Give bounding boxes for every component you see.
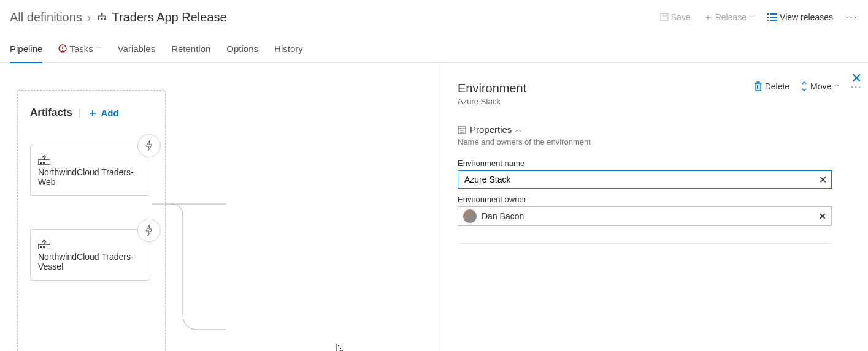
trash-icon — [754, 81, 762, 91]
breadcrumb-root[interactable]: All definitions — [10, 10, 82, 25]
avatar — [463, 209, 477, 223]
breadcrumb: All definitions › Traders App Release — [10, 10, 227, 25]
save-icon — [660, 13, 669, 21]
artifact-card[interactable]: NorthwindCloud Traders-Vessel — [30, 229, 150, 281]
environment-owner-label: Environment owner — [458, 195, 862, 204]
tab-options[interactable]: Options — [226, 35, 258, 63]
artifact-card[interactable]: NorthwindCloud Traders-Web — [30, 145, 150, 196]
view-releases-button[interactable]: View releases — [767, 12, 833, 22]
release-button[interactable]: ＋ Release ﹀ — [703, 11, 755, 24]
properties-panel: ✕ Environment Azure Stack Delete Move ﹀ … — [439, 63, 868, 351]
release-icon — [96, 12, 107, 23]
delete-button[interactable]: Delete — [754, 81, 789, 91]
svg-rect-3 — [101, 13, 102, 15]
build-icon — [38, 154, 50, 165]
move-icon — [801, 81, 808, 91]
svg-rect-11 — [43, 162, 45, 164]
plus-icon: ＋ — [87, 105, 98, 120]
remove-owner-button[interactable]: ✕ — [819, 211, 826, 221]
page-title: Traders App Release — [96, 10, 227, 25]
chevron-down-icon: ﹀ — [749, 13, 755, 21]
artifact-name: NorthwindCloud Traders-Vessel — [38, 252, 142, 271]
add-artifact-button[interactable]: ＋ Add — [87, 105, 118, 120]
tab-pipeline[interactable]: Pipeline — [10, 35, 42, 63]
tab-variables[interactable]: Variables — [118, 35, 155, 63]
panel-title: Environment — [458, 81, 526, 96]
svg-rect-5 — [663, 13, 666, 16]
plus-icon: ＋ — [703, 11, 713, 24]
build-icon — [38, 238, 50, 249]
environment-name-label: Environment name — [458, 159, 862, 168]
svg-point-8 — [62, 50, 63, 51]
svg-rect-10 — [40, 162, 42, 164]
environment-owner-picker[interactable]: Dan Bacon ✕ — [458, 206, 832, 226]
chevron-down-icon: ﹀ — [834, 82, 840, 91]
artifact-name: NorthwindCloud Traders-Web — [38, 167, 142, 187]
move-button[interactable]: Move ﹀ — [801, 81, 840, 91]
list-icon — [767, 13, 777, 21]
lightning-icon — [145, 140, 153, 151]
svg-rect-13 — [40, 246, 42, 248]
environment-name-input[interactable] — [458, 170, 832, 189]
cursor-icon — [336, 344, 346, 351]
svg-rect-2 — [104, 18, 106, 20]
properties-section-toggle[interactable]: Properties ︿ — [458, 124, 862, 135]
svg-rect-1 — [101, 18, 102, 20]
divider — [458, 243, 832, 244]
chevron-right-icon: › — [87, 10, 91, 25]
tab-tasks[interactable]: Tasks ﹀ — [58, 35, 101, 63]
trigger-button[interactable] — [137, 219, 161, 242]
artifacts-column: Artifacts | ＋ Add NorthwindCloud Traders… — [17, 90, 166, 351]
lightning-icon — [145, 225, 153, 236]
connector-lines — [152, 192, 250, 351]
tab-retention[interactable]: Retention — [171, 35, 210, 63]
svg-rect-14 — [43, 246, 45, 248]
owner-name: Dan Bacon — [482, 211, 524, 221]
error-icon — [58, 44, 67, 53]
save-button[interactable]: Save — [660, 12, 691, 22]
more-menu[interactable]: ··· — [845, 11, 858, 24]
svg-rect-4 — [661, 13, 668, 21]
chevron-up-icon: ︿ — [515, 125, 522, 134]
svg-rect-0 — [98, 18, 99, 20]
tab-history[interactable]: History — [274, 35, 303, 63]
tabs: Pipeline Tasks ﹀ Variables Retention Opt… — [0, 36, 868, 63]
close-panel-button[interactable]: ✕ — [851, 70, 862, 86]
artifacts-heading: Artifacts — [30, 107, 72, 119]
properties-icon — [458, 126, 466, 134]
properties-section-desc: Name and owners of the environment — [458, 137, 862, 146]
trigger-button[interactable] — [137, 134, 161, 157]
chevron-down-icon: ﹀ — [96, 44, 102, 53]
clear-input-button[interactable]: ✕ — [819, 174, 827, 186]
panel-subtitle: Azure Stack — [458, 97, 526, 106]
